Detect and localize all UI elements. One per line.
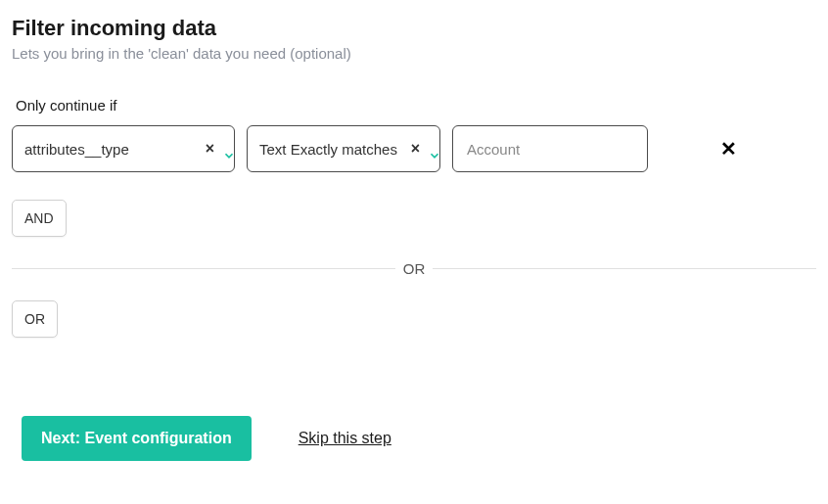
or-divider: OR bbox=[12, 260, 816, 277]
divider-line bbox=[12, 268, 395, 269]
skip-link[interactable]: Skip this step bbox=[299, 430, 391, 447]
remove-row-icon[interactable]: ✕ bbox=[720, 139, 737, 159]
filter-row: attributes__type × Text Exactly matches … bbox=[12, 125, 816, 172]
footer-actions: Next: Event configuration Skip this step bbox=[22, 416, 816, 461]
next-button[interactable]: Next: Event configuration bbox=[22, 416, 252, 461]
and-button[interactable]: AND bbox=[12, 200, 67, 237]
clear-operator-icon[interactable]: × bbox=[411, 141, 420, 157]
divider-line bbox=[433, 268, 816, 269]
clear-field-icon[interactable]: × bbox=[206, 141, 214, 157]
or-button[interactable]: OR bbox=[12, 300, 58, 338]
filter-condition-label: Only continue if bbox=[16, 97, 816, 114]
field-select-value: attributes__type bbox=[24, 141, 202, 158]
or-divider-label: OR bbox=[395, 260, 434, 277]
page-subtitle: Lets you bring in the 'clean' data you n… bbox=[12, 45, 816, 62]
operator-select[interactable]: Text Exactly matches × bbox=[247, 125, 440, 172]
operator-select-value: Text Exactly matches bbox=[259, 141, 407, 158]
value-input[interactable] bbox=[452, 125, 648, 172]
page-title: Filter incoming data bbox=[12, 16, 816, 41]
field-select[interactable]: attributes__type × bbox=[12, 125, 235, 172]
